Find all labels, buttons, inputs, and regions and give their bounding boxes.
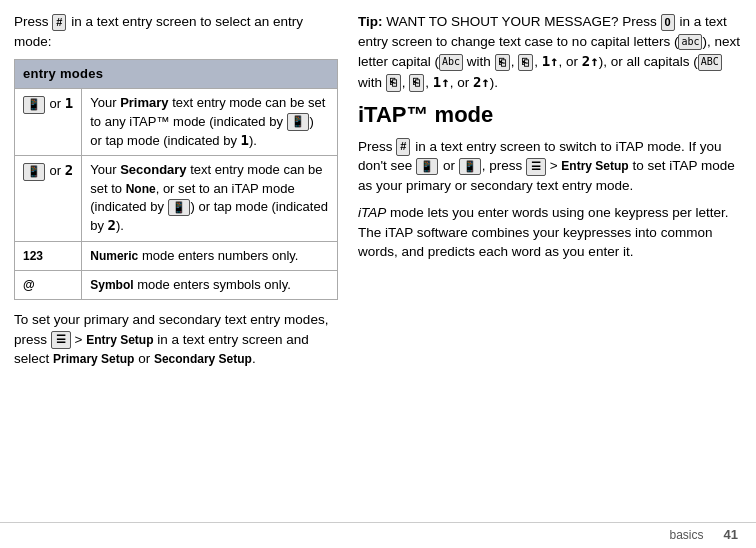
- itap-italic: iTAP: [358, 205, 386, 220]
- row2-desc: Your Secondary text entry mode can be se…: [82, 156, 338, 241]
- row1-icon: 📱 or 1: [15, 89, 82, 156]
- row3-icon: 123: [15, 241, 82, 270]
- secondary-itap-icon: 📱: [23, 163, 45, 180]
- primary-itap-icon: 📱: [23, 96, 45, 113]
- icon-AA1: ⎗: [386, 74, 401, 91]
- row4-desc: Symbol mode enters symbols only.: [82, 270, 338, 299]
- abc-all-icon: ABC: [698, 54, 722, 71]
- itap-mode-icon2: 📱: [459, 158, 481, 175]
- icon-AA2: ⎗: [409, 74, 424, 91]
- row3-desc: Numeric mode enters numbers only.: [82, 241, 338, 270]
- row4-icon: @: [15, 270, 82, 299]
- table-row: @ Symbol mode enters symbols only.: [15, 270, 338, 299]
- entry-modes-table: entry modes 📱 or 1 Your Primary text ent…: [14, 59, 338, 300]
- menu-icon-2: ☰: [526, 158, 546, 176]
- itap-paragraph-1: Press # in a text entry screen to switch…: [358, 137, 742, 196]
- tip-paragraph: Tip: WANT TO SHOUT YOUR MESSAGE? Press 0…: [358, 12, 742, 92]
- intro-text: Press # in a text entry screen to select…: [14, 12, 338, 51]
- right-column: Tip: WANT TO SHOUT YOUR MESSAGE? Press 0…: [354, 12, 742, 512]
- itap-mode-icon1: 📱: [416, 158, 438, 175]
- left-column: Press # in a text entry screen to select…: [14, 12, 354, 512]
- tip-label: Tip:: [358, 14, 383, 29]
- case-icon: 0: [661, 14, 675, 31]
- hash-icon-2: #: [396, 138, 410, 155]
- abc-cap-icon: Abc: [439, 54, 463, 71]
- itap-paragraph-2: iTAP mode lets you enter words using one…: [358, 203, 742, 262]
- hash-icon: #: [52, 14, 66, 31]
- footer-label: basics: [670, 528, 704, 542]
- outro-text: To set your primary and secondary text e…: [14, 310, 338, 369]
- icon-aa1: ⎗: [495, 54, 510, 71]
- entry-setup-label: Entry Setup: [561, 159, 628, 173]
- icon-aa2: ⎗: [518, 54, 533, 71]
- itap-heading: iTAP™ mode: [358, 102, 742, 128]
- footer-page: 41: [724, 527, 738, 542]
- table-row: 📱 or 1 Your Primary text entry mode can …: [15, 89, 338, 156]
- menu-icon: ☰: [51, 331, 71, 349]
- row2-icon: 📱 or 2: [15, 156, 82, 241]
- secondary-itap-indicator: 📱: [168, 199, 190, 216]
- table-row: 123 Numeric mode enters numbers only.: [15, 241, 338, 270]
- table-header: entry modes: [15, 60, 338, 89]
- abc-icon: abc: [678, 34, 702, 51]
- itap-indicator-icon: 📱: [287, 113, 309, 130]
- footer: basics 41: [0, 522, 756, 548]
- row1-desc: Your Primary text entry mode can be set …: [82, 89, 338, 156]
- table-row: 📱 or 2 Your Secondary text entry mode ca…: [15, 156, 338, 241]
